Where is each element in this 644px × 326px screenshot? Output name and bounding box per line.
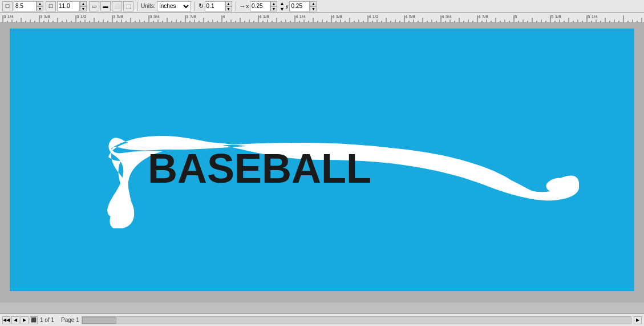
page-layout-btn2[interactable]: ⬚ bbox=[123, 1, 133, 11]
cx-up-btn[interactable]: ▲ bbox=[270, 1, 277, 6]
page-first-btn[interactable]: ◀◀ bbox=[2, 316, 10, 324]
width-up-btn[interactable]: ▲ bbox=[37, 1, 43, 6]
page-icon-1[interactable]: ☐ bbox=[2, 1, 13, 11]
horizontal-scrollbar[interactable] bbox=[82, 316, 631, 324]
landscape-btn[interactable]: ▬ bbox=[100, 1, 111, 11]
cx-label: ↔ bbox=[240, 3, 245, 9]
toolbar: ☐ ▲ ▼ ☐ ▲ ▼ ▭ ▬ ⬜ ⬚ Units: inches bbox=[0, 0, 644, 13]
cx-sublabel: x bbox=[246, 3, 249, 9]
scroll-right-btn[interactable]: ▶ bbox=[634, 316, 642, 324]
page-prev-btn[interactable]: ◀ bbox=[11, 316, 19, 324]
cy-up-btn[interactable]: ▲ bbox=[310, 1, 317, 6]
rotation-up-btn[interactable]: ▲ bbox=[225, 1, 232, 6]
page-height-group: ☐ ▲ ▼ bbox=[46, 1, 87, 11]
page-label: Page 1 bbox=[61, 317, 79, 323]
orientation-group: ▭ ▬ ⬜ ⬚ bbox=[89, 1, 133, 11]
ruler-canvas bbox=[0, 13, 644, 22]
width-down-btn[interactable]: ▼ bbox=[37, 6, 43, 11]
horizontal-ruler bbox=[0, 13, 644, 23]
toolbar-sep-1 bbox=[137, 2, 137, 11]
units-label: Units: bbox=[141, 3, 156, 9]
units-select[interactable]: inches bbox=[157, 1, 191, 11]
page-next-btn[interactable]: ▶ bbox=[21, 316, 29, 324]
cx-down-btn[interactable]: ▼ bbox=[270, 6, 277, 11]
statusbar: ◀◀ ◀ ▶ ⬛ 1 of 1 Page 1 ▶ bbox=[0, 313, 644, 326]
canvas-area[interactable]: BASEBALL bbox=[0, 23, 644, 303]
portrait-btn[interactable]: ▭ bbox=[89, 1, 99, 11]
units-group: Units: inches bbox=[141, 1, 191, 11]
swoosh-svg: BASEBALL bbox=[66, 114, 579, 228]
cy-group: ▲▼ y ▲ ▼ bbox=[280, 1, 317, 12]
scrollbar-thumb[interactable] bbox=[82, 317, 116, 324]
page-layout-btn1[interactable]: ⬜ bbox=[112, 1, 122, 11]
height-up-btn[interactable]: ▲ bbox=[80, 1, 87, 6]
page-width-group: ☐ ▲ ▼ bbox=[2, 1, 43, 11]
cy-label: ▲▼ bbox=[280, 1, 285, 12]
cy-sublabel: y bbox=[286, 3, 289, 9]
rotation-down-btn[interactable]: ▼ bbox=[225, 6, 232, 11]
height-down-btn[interactable]: ▼ bbox=[80, 6, 87, 11]
page-nav-group: ◀◀ ◀ ▶ ⬛ bbox=[2, 316, 38, 324]
cx-group: ↔ x ▲ ▼ bbox=[240, 1, 278, 11]
cx-input[interactable] bbox=[250, 1, 270, 11]
rotation-group: ↻ ▲ ▼ bbox=[199, 1, 232, 11]
page-canvas: BASEBALL bbox=[10, 29, 634, 291]
cy-down-btn[interactable]: ▼ bbox=[310, 6, 317, 11]
cy-input[interactable] bbox=[289, 1, 310, 11]
baseball-text: BASEBALL bbox=[148, 146, 371, 191]
rotation-input[interactable] bbox=[205, 1, 225, 11]
rotation-icon: ↻ bbox=[199, 2, 204, 10]
page-last-btn[interactable]: ⬛ bbox=[30, 316, 38, 324]
page-count: 1 of 1 bbox=[40, 317, 54, 323]
page-height-input[interactable] bbox=[57, 1, 80, 11]
page-width-input[interactable] bbox=[14, 1, 37, 11]
page-icon-2[interactable]: ☐ bbox=[46, 1, 56, 11]
toolbar-sep-3 bbox=[236, 2, 236, 11]
toolbar-sep-2 bbox=[195, 2, 195, 11]
